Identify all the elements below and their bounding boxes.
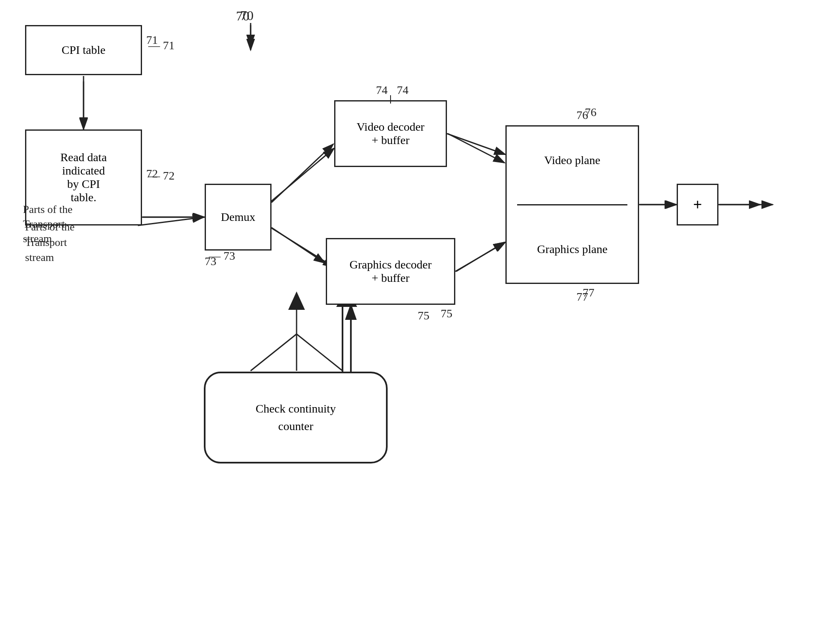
label-77: 77 xyxy=(576,290,588,304)
svg-line-33 xyxy=(272,228,325,263)
svg-marker-39 xyxy=(288,291,305,310)
svg-text:74: 74 xyxy=(397,84,409,96)
diagram-container: 70 CPI table 71 Read data indicated by C… xyxy=(0,0,840,628)
svg-line-7 xyxy=(447,134,505,154)
label-74: 74 xyxy=(376,84,388,97)
svg-line-35 xyxy=(456,242,505,271)
label-76: 76 xyxy=(576,109,588,122)
svg-line-6 xyxy=(267,225,334,267)
check-continuity-label: Check continuity counter xyxy=(256,400,336,435)
cpi-table-label: CPI table xyxy=(62,43,106,57)
svg-line-15 xyxy=(138,217,204,225)
parts-transport-label: Parts of the Transport stream xyxy=(25,205,74,266)
read-data-label: Read data indicated by CPI table. xyxy=(60,151,107,204)
svg-line-5 xyxy=(267,148,334,205)
video-decoder-box: Video decoder + buffer xyxy=(334,100,447,167)
graphics-plane-label: Graphics plane xyxy=(511,234,634,264)
svg-line-32 xyxy=(272,144,333,203)
plus-box: + xyxy=(677,184,718,225)
label-73: 73 xyxy=(205,255,216,268)
cpi-table-box: CPI table xyxy=(25,25,142,75)
video-plane-label: Video plane xyxy=(511,145,634,175)
graphics-decoder-label: Graphics decoder + buffer xyxy=(350,258,432,285)
plus-label: + xyxy=(693,196,702,213)
demux-box: Demux xyxy=(205,184,272,251)
svg-line-8 xyxy=(455,242,505,271)
demux-label: Demux xyxy=(221,210,255,224)
planes-box: Video plane Graphics plane xyxy=(505,125,639,284)
check-continuity-box: Check continuity counter xyxy=(204,372,388,463)
svg-text:75: 75 xyxy=(441,307,452,320)
graphics-decoder-box: Graphics decoder + buffer xyxy=(326,238,455,305)
label-70: 70 xyxy=(236,8,249,24)
label-75: 75 xyxy=(418,309,429,322)
label-72: 72 xyxy=(146,167,158,180)
svg-line-34 xyxy=(448,134,505,163)
video-decoder-label: Video decoder + buffer xyxy=(357,120,424,147)
label-71: 71 xyxy=(146,33,158,47)
svg-line-41 xyxy=(297,334,343,371)
svg-line-40 xyxy=(251,334,297,371)
